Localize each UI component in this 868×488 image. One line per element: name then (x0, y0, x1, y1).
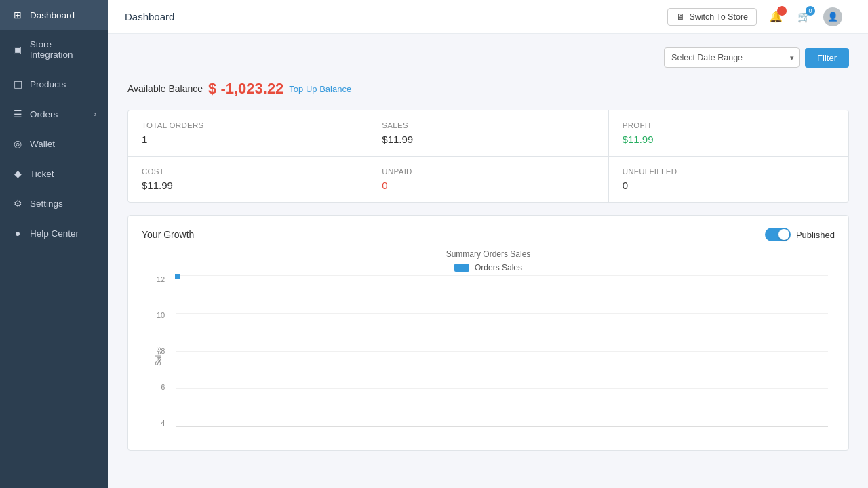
growth-header: Your Growth Published (142, 228, 835, 241)
chart-summary-label: Summary Orders Sales (142, 249, 835, 259)
published-label: Published (796, 230, 835, 240)
stat-card-unpaid: UNPAID 0 (368, 157, 608, 202)
orders-chevron-icon: › (94, 110, 96, 118)
dashboard-content: Select Date Range Last 7 days Last 30 da… (108, 34, 868, 488)
cart-button[interactable]: 🛒 0 (795, 7, 814, 26)
grid-line-3 (176, 351, 828, 352)
notifications-badge (777, 6, 787, 16)
monitor-icon: 🖥 (676, 12, 685, 22)
y-label-4: 4 (161, 419, 165, 427)
sidebar-item-ticket[interactable]: ◆ Ticket (0, 159, 108, 188)
page-title: Dashboard (125, 11, 174, 22)
stat-card-cost: COST $11.99 (128, 157, 368, 202)
products-icon: ◫ (12, 79, 23, 89)
sidebar-item-help-center[interactable]: ● Help Center (0, 218, 108, 248)
y-label-12: 12 (157, 275, 165, 283)
published-toggle[interactable] (765, 228, 791, 241)
stat-card-total-orders: TOTAL ORDERS 1 (128, 110, 368, 156)
stat-card-unfulfilled: UNFULFILLED 0 (609, 157, 848, 202)
published-toggle-area: Published (765, 228, 835, 241)
balance-amount: $ -1,023.22 (208, 80, 283, 98)
avatar[interactable]: 👤 (823, 7, 842, 26)
stats-grid: TOTAL ORDERS 1 SALES $11.99 PROFIT $11.9… (127, 110, 849, 203)
chart-border (176, 275, 828, 427)
sidebar-label-wallet: Wallet (30, 139, 55, 149)
help-icon: ● (12, 228, 23, 239)
stat-label-total-orders: TOTAL ORDERS (142, 121, 354, 129)
date-range-wrapper: Select Date Range Last 7 days Last 30 da… (664, 47, 800, 68)
stat-value-total-orders: 1 (142, 134, 354, 145)
stat-card-sales: SALES $11.99 (368, 110, 608, 156)
wallet-icon: ◎ (12, 138, 23, 149)
sidebar-item-products[interactable]: ◫ Products (0, 69, 108, 99)
main-content: Dashboard 🖥 Switch To Store 🔔 🛒 0 👤 (108, 0, 868, 488)
growth-chart-card: Your Growth Published Summary Orders Sal… (127, 215, 849, 451)
grid-line-4 (176, 388, 828, 389)
sidebar-label-help: Help Center (30, 228, 79, 239)
sidebar-item-store-integration[interactable]: ▣ Store Integration (0, 30, 108, 69)
header: Dashboard 🖥 Switch To Store 🔔 🛒 0 👤 (108, 0, 868, 34)
stat-label-unfulfilled: UNFULFILLED (623, 167, 835, 176)
header-actions: 🖥 Switch To Store 🔔 🛒 0 👤 (667, 7, 852, 26)
stat-label-profit: PROFIT (623, 121, 835, 129)
chart-data-dot (175, 274, 180, 279)
chart-container: Summary Orders Sales Orders Sales Sales … (142, 249, 835, 438)
balance-label: Available Balance (127, 83, 203, 94)
sidebar: ⊞ Dashboard ▣ Store Integration ◫ Produc… (0, 0, 108, 488)
stat-label-cost: COST (142, 167, 354, 176)
grid-line-1 (176, 275, 828, 276)
chart-area-wrapper: Sales 12 10 8 6 4 (176, 275, 828, 438)
cart-badge: 0 (806, 6, 815, 16)
store-icon: ▣ (12, 44, 23, 55)
sidebar-label-ticket: Ticket (30, 169, 54, 179)
filter-bar: Select Date Range Last 7 days Last 30 da… (127, 47, 849, 68)
ticket-icon: ◆ (12, 168, 23, 179)
user-icon: 👤 (827, 12, 838, 22)
sidebar-label-store: Store Integration (30, 39, 96, 60)
sidebar-label-orders: Orders (30, 109, 58, 119)
legend-text: Orders Sales (475, 263, 522, 272)
sidebar-item-settings[interactable]: ⚙ Settings (0, 188, 108, 218)
grid-line-2 (176, 313, 828, 314)
filter-button[interactable]: Filter (805, 48, 849, 68)
y-label-6: 6 (161, 383, 165, 391)
sidebar-item-orders[interactable]: ☰ Orders › (0, 99, 108, 129)
stat-card-profit: PROFIT $11.99 (609, 110, 848, 156)
toggle-knob (778, 229, 789, 240)
stat-label-sales: SALES (382, 121, 594, 129)
settings-icon: ⚙ (12, 198, 23, 209)
stat-label-unpaid: UNPAID (382, 167, 594, 176)
dashboard-icon: ⊞ (12, 9, 23, 20)
balance-row: Available Balance $ -1,023.22 Top Up Bal… (127, 80, 849, 98)
y-label-10: 10 (157, 311, 165, 319)
sidebar-label-settings: Settings (30, 199, 63, 209)
stat-value-unpaid: 0 (382, 180, 594, 191)
date-range-select[interactable]: Select Date Range Last 7 days Last 30 da… (664, 47, 800, 68)
chart-legend: Orders Sales (142, 263, 835, 272)
notifications-button[interactable]: 🔔 (766, 7, 785, 26)
switch-store-button[interactable]: 🖥 Switch To Store (667, 8, 757, 26)
sidebar-label-dashboard: Dashboard (30, 10, 75, 20)
stat-value-unfulfilled: 0 (623, 180, 835, 191)
top-up-link[interactable]: Top Up Balance (289, 84, 351, 94)
y-label-8: 8 (161, 347, 165, 355)
stat-value-cost: $11.99 (142, 180, 354, 191)
sidebar-label-products: Products (30, 79, 66, 89)
switch-store-label: Switch To Store (689, 12, 748, 22)
y-axis-labels: 12 10 8 6 4 (157, 275, 165, 427)
growth-title: Your Growth (142, 229, 194, 240)
sidebar-item-wallet[interactable]: ◎ Wallet (0, 129, 108, 159)
sidebar-item-dashboard[interactable]: ⊞ Dashboard (0, 0, 108, 30)
legend-color-box (454, 264, 469, 272)
orders-icon: ☰ (12, 108, 23, 119)
stat-value-profit: $11.99 (623, 134, 835, 145)
stat-value-sales: $11.99 (382, 134, 594, 145)
